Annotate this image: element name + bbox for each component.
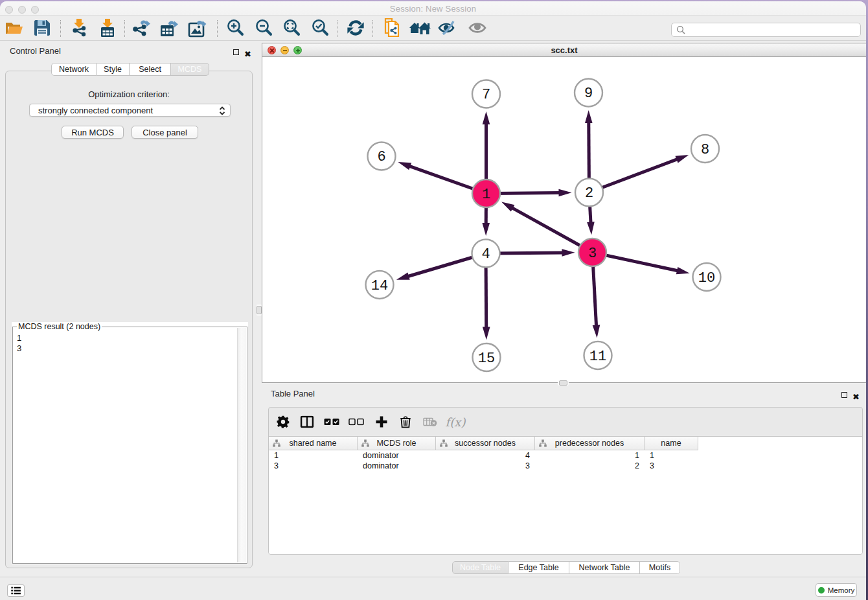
delete-column-button[interactable] — [400, 416, 411, 428]
zoom-fit-icon — [282, 19, 301, 37]
refresh-network-button[interactable] — [344, 17, 367, 39]
network-canvas[interactable]: 7968124314101511 — [262, 57, 866, 382]
cell-shared-name[interactable]: 1 — [269, 450, 358, 461]
network-window-titlebar[interactable]: scc.txt — [262, 43, 866, 57]
main-toolbar — [0, 16, 866, 41]
graph-edge-arrowhead — [585, 110, 593, 123]
unchecked-boxes-icon — [348, 419, 364, 426]
column-header-name[interactable]: name — [645, 437, 698, 450]
cell-successor-nodes[interactable]: 3 — [436, 461, 535, 471]
optimization-criterion-label: Optimization criterion: — [6, 89, 252, 99]
import-table-icon — [98, 18, 117, 38]
import-network-button[interactable] — [67, 17, 91, 39]
import-table-button[interactable] — [96, 17, 119, 39]
mcds-result-values[interactable]: 1 3 — [17, 333, 21, 354]
add-column-button[interactable] — [376, 416, 388, 428]
tab-node-table[interactable]: Node Table — [452, 561, 508, 574]
graph-node-label-1: 1 — [482, 187, 490, 203]
cell-shared-name[interactable]: 3 — [269, 461, 358, 471]
control-panel-close-button[interactable]: ✖ — [244, 48, 251, 60]
tab-network[interactable]: Network — [51, 63, 97, 76]
close-panel-button[interactable]: Close panel — [131, 126, 198, 139]
control-panel-float-button[interactable] — [233, 49, 239, 55]
tab-edge-table[interactable]: Edge Table — [508, 561, 569, 574]
tab-network-table[interactable]: Network Table — [569, 561, 640, 574]
open-session-button[interactable] — [3, 17, 26, 39]
hide-panels-button[interactable] — [436, 17, 459, 39]
column-header-MCDS-role[interactable]: MCDS role — [358, 437, 436, 450]
delete-table-button[interactable] — [423, 417, 437, 427]
table-row[interactable]: 3dominator323 — [269, 461, 698, 471]
memory-status-icon — [818, 587, 825, 594]
clone-network-button[interactable] — [380, 17, 404, 39]
memory-button[interactable]: Memory — [816, 583, 857, 597]
network-desktop: scc.txt 7968124314101511 Table Panel ✖ — [262, 41, 866, 577]
table-panel-close-button[interactable]: ✖ — [852, 391, 860, 402]
cell-name[interactable]: 3 — [645, 461, 698, 471]
column-header-successor-nodes[interactable]: successor nodes — [436, 437, 535, 450]
zoom-out-button[interactable] — [252, 17, 275, 39]
list-icon — [11, 586, 21, 595]
cell-predecessor-nodes[interactable]: 2 — [535, 461, 645, 471]
horizontal-splitter-grip[interactable] — [559, 380, 567, 386]
table-panel-float-button[interactable] — [841, 392, 847, 398]
node-table: shared nameMCDS rolesuccessor nodesprede… — [269, 436, 862, 554]
table-header-row: shared nameMCDS rolesuccessor nodesprede… — [269, 437, 698, 450]
zoom-in-button[interactable] — [223, 17, 247, 39]
graph-node-label-9: 9 — [584, 86, 593, 102]
graph-node-label-7: 7 — [482, 87, 490, 103]
graph-edge-arrowhead — [483, 111, 490, 124]
tab-mcds[interactable]: MCDS — [171, 63, 209, 76]
optimization-criterion-select[interactable]: strongly connected component — [29, 104, 231, 117]
column-header-shared-name[interactable]: shared name — [269, 437, 358, 450]
zoom-fit-button[interactable] — [280, 17, 303, 39]
import-network-icon — [70, 18, 88, 38]
graph-node-label-4: 4 — [481, 246, 490, 262]
toolbar-separator — [337, 20, 337, 37]
window-title: Session: New Session — [0, 4, 866, 14]
cell-MCDS-role[interactable]: dominator — [358, 450, 436, 461]
memory-button-label: Memory — [828, 586, 855, 594]
function-builder-button[interactable]: f(x) — [446, 415, 466, 429]
graph-edge-arrowhead — [676, 267, 690, 274]
table-split-view-button[interactable] — [301, 416, 314, 428]
column-header-label: name — [661, 439, 681, 448]
tab-select[interactable]: Select — [130, 63, 171, 76]
run-mcds-button[interactable]: Run MCDS — [62, 126, 124, 139]
search-input[interactable] — [671, 23, 861, 37]
export-table-icon — [159, 18, 179, 38]
toolbar-separator — [60, 20, 61, 37]
vertical-splitter-grip[interactable] — [257, 306, 262, 314]
tab-motifs[interactable]: Motifs — [640, 561, 680, 574]
export-network-button[interactable] — [130, 17, 154, 39]
cell-name[interactable]: 1 — [645, 450, 698, 461]
home-button[interactable] — [408, 17, 431, 39]
column-header-predecessor-nodes[interactable]: predecessor nodes — [535, 437, 645, 450]
mcds-result-scrollbar[interactable] — [237, 328, 246, 562]
export-table-button[interactable] — [157, 17, 181, 39]
export-image-button[interactable] — [186, 17, 209, 39]
graph-edge-arrowhead — [482, 223, 490, 236]
show-panels-button[interactable] — [466, 17, 489, 39]
combo-arrows-icon — [219, 106, 225, 116]
cell-MCDS-role[interactable]: dominator — [358, 461, 436, 471]
deselect-all-button[interactable] — [348, 419, 364, 426]
status-list-button[interactable] — [7, 584, 25, 597]
toolbar-separator — [372, 20, 373, 37]
save-session-button[interactable] — [30, 17, 54, 39]
graph-node-label-11: 11 — [589, 349, 606, 365]
application-window: Session: New Session — [0, 1, 866, 600]
plus-icon — [376, 416, 388, 428]
open-folder-icon — [5, 19, 24, 36]
graph-node-label-3: 3 — [588, 246, 597, 262]
graph-edge-arrowhead — [593, 325, 600, 338]
eye-slash-icon — [437, 19, 458, 36]
cell-predecessor-nodes[interactable]: 1 — [535, 450, 645, 461]
delete-table-icon — [423, 417, 437, 427]
table-settings-button[interactable] — [277, 416, 290, 428]
tab-style[interactable]: Style — [97, 63, 130, 76]
table-row[interactable]: 1dominator411 — [269, 450, 698, 461]
zoom-selected-button[interactable] — [308, 17, 332, 39]
select-all-button[interactable] — [324, 419, 339, 426]
cell-successor-nodes[interactable]: 4 — [436, 450, 535, 461]
